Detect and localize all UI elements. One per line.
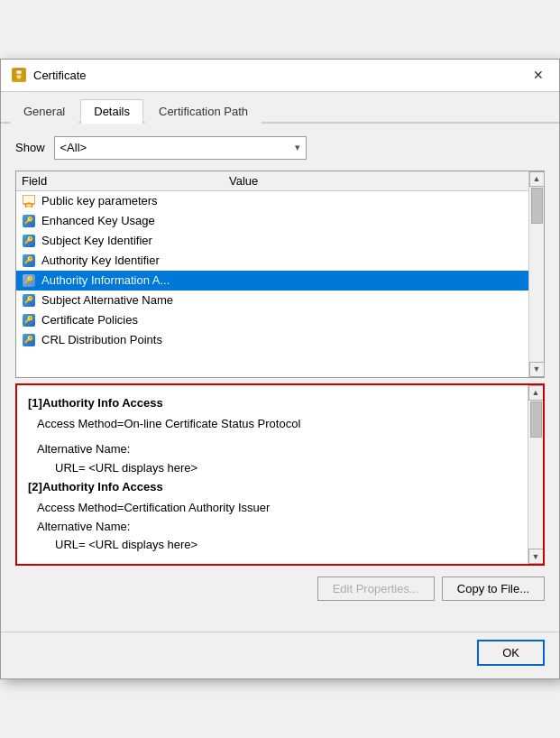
tab-general[interactable]: General [10,99,78,124]
tab-bar: General Details Certification Path [1,92,559,124]
detail-line-1: [1]Authority Info Access [28,394,514,413]
detail-scroll-track [528,401,543,549]
list-item-authority-info[interactable]: 🔑 Authority Information A... [16,271,528,291]
detail-line-3: Alternative Name: [28,440,514,459]
detail-line-8: URL= <URL displays here> [28,536,514,555]
header-field: Field [22,174,229,188]
cert-small-icon: 🔑 [22,293,36,308]
detail-section: [1]Authority Info Access Access Method=O… [15,383,545,566]
detail-scroll-thumb[interactable] [530,401,542,438]
item-label: Authority Key Identifier [41,254,240,267]
detail-line-6: Access Method=Certification Authority Is… [28,499,514,518]
cert-small-icon: 🔑 [22,313,36,327]
item-label: Authority Information A... [41,273,240,287]
svg-point-4 [25,203,32,208]
scroll-track [529,187,544,362]
dialog-icon [12,68,26,82]
tab-details[interactable]: Details [80,99,143,124]
item-label: CRL Distribution Points [41,333,240,346]
cert-small-icon: 🔑 [22,234,36,248]
cert-small-icon: 🔑 [22,273,36,288]
detail-line-2: Access Method=On-line Certificate Status… [28,415,514,434]
close-button[interactable]: ✕ [528,65,548,85]
list-item[interactable]: 🔑 Enhanced Key Usage [16,211,528,231]
scroll-thumb[interactable] [531,188,543,224]
dialog-content: Show <All> ▾ Field Value [1,124,559,628]
detail-scrollbar[interactable]: ▲ ▼ [528,385,543,564]
detail-line-4: URL= <URL displays here> [28,459,514,478]
list-item[interactable]: 🔑 Authority Key Identifier [16,251,528,271]
cert-small-icon: 🔑 [22,254,36,268]
show-select-value: <All> [60,141,87,154]
detail-scroll-up[interactable]: ▲ [528,385,544,401]
item-label: Public key parameters [41,194,240,208]
cert-small-icon: 🔑 [22,214,36,228]
tab-certification-path[interactable]: Certification Path [145,99,262,124]
list-items: Public key parameters 🔑 Enhanced Key Usa… [16,191,528,374]
item-label: Certificate Policies [41,313,240,327]
title-bar: Certificate ✕ [1,60,559,92]
detail-line-7: Alternative Name: [28,518,514,537]
detail-content: [1]Authority Info Access Access Method=O… [28,394,514,555]
chevron-down-icon: ▾ [295,142,300,153]
item-label: Subject Key Identifier [41,234,240,247]
cert-icon [22,194,36,208]
scroll-up-arrow[interactable]: ▲ [529,171,545,187]
list-scrollbar[interactable]: ▲ ▼ [528,171,544,377]
copy-to-file-button[interactable]: Copy to File... [442,577,545,601]
action-buttons: Edit Properties... Copy to File... [15,577,545,601]
list-item[interactable]: 🔑 Subject Alternative Name [16,291,528,310]
show-select[interactable]: <All> ▾ [54,136,307,160]
list-item[interactable]: 🔑 Subject Key Identifier [16,231,528,251]
svg-point-1 [16,74,22,79]
certificate-dialog: Certificate ✕ General Details Certificat… [0,59,560,679]
list-header: Field Value [16,171,528,191]
show-row: Show <All> ▾ [15,136,545,160]
detail-line-5: [2]Authority Info Access [28,478,514,497]
list-item[interactable]: Public key parameters [16,191,528,211]
edit-properties-button[interactable]: Edit Properties... [317,577,435,601]
header-value: Value [229,174,258,188]
scroll-down-arrow[interactable]: ▼ [529,362,545,377]
bottom-row: OK [1,632,559,678]
title-bar-left: Certificate [12,68,87,82]
field-list-section: Field Value Public key parameters [15,171,545,378]
dialog-title: Certificate [33,69,87,82]
ok-button[interactable]: OK [477,640,545,666]
show-label: Show [15,141,45,154]
detail-scroll-down[interactable]: ▼ [528,549,544,564]
svg-rect-2 [16,70,22,74]
list-item[interactable]: 🔑 CRL Distribution Points [16,330,528,350]
field-list-content: Field Value Public key parameters [16,171,528,377]
cert-small-icon: 🔑 [22,333,36,347]
list-item[interactable]: 🔑 Certificate Policies [16,310,528,330]
item-label: Enhanced Key Usage [41,214,240,227]
item-label: Subject Alternative Name [41,293,240,307]
